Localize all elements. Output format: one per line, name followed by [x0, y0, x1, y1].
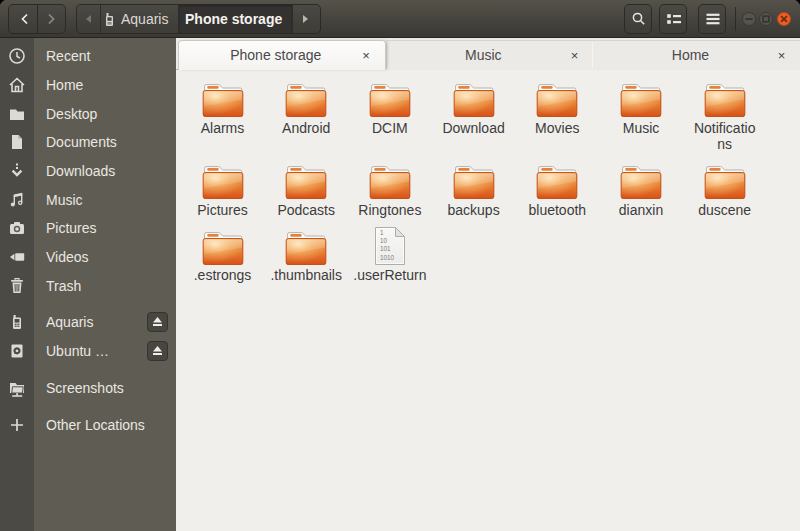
- svg-text:1: 1: [380, 229, 384, 236]
- svg-text:1010: 1010: [380, 254, 395, 261]
- svg-text:101: 101: [380, 245, 391, 252]
- svg-text:10: 10: [380, 237, 388, 244]
